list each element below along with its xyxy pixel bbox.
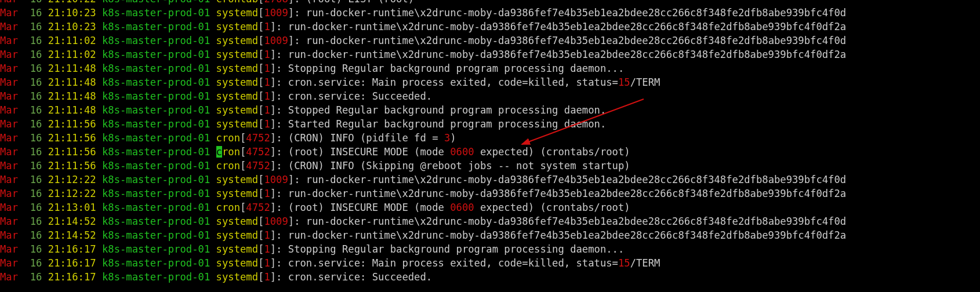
log-message: /TERM <box>630 76 660 88</box>
log-service: cron <box>216 202 240 213</box>
log-time: 21:11:02 <box>48 35 96 46</box>
log-service: systemd <box>216 257 258 269</box>
log-bracket: ] <box>288 216 294 227</box>
log-bracket: [ <box>258 49 264 60</box>
log-pid: 4752 <box>246 160 270 171</box>
log-time: 21:11:48 <box>48 104 96 116</box>
log-message: : (CRON) INFO (pidfile fd = <box>276 132 444 144</box>
log-month: Mar <box>0 21 18 32</box>
log-number: 15 <box>618 257 630 269</box>
log-bracket: [ <box>258 0 264 5</box>
search-highlight: c <box>216 146 222 158</box>
log-pid: 2768 <box>264 0 288 5</box>
log-host: k8s-master-prod-01 <box>102 104 210 116</box>
log-bracket: [ <box>240 202 246 213</box>
log-day: 16 <box>30 7 42 19</box>
log-day: 16 <box>30 243 42 255</box>
log-month: Mar <box>0 104 18 116</box>
log-pid: 1 <box>264 257 270 269</box>
log-host: k8s-master-prod-01 <box>102 21 210 32</box>
log-host: k8s-master-prod-01 <box>102 49 210 60</box>
log-service: systemd <box>216 21 258 32</box>
log-bracket: [ <box>258 104 264 116</box>
log-host: k8s-master-prod-01 <box>102 63 210 74</box>
log-host: k8s-master-prod-01 <box>102 160 210 171</box>
log-service: systemd <box>216 229 258 241</box>
log-service: systemd <box>216 104 258 116</box>
log-time: 21:10:23 <box>48 21 96 32</box>
log-pid: 1 <box>264 188 270 199</box>
log-message: expected) (crontabs/root) <box>474 146 630 158</box>
log-bracket: [ <box>258 216 264 227</box>
log-day: 16 <box>30 35 42 46</box>
log-message: /TERM <box>630 257 660 269</box>
log-message: : (CRON) INFO (Skipping @reboot jobs -- … <box>276 160 630 171</box>
log-pid: 1 <box>264 104 270 116</box>
log-host: k8s-master-prod-01 <box>102 76 210 88</box>
log-month: Mar <box>0 271 18 283</box>
log-time: 21:11:56 <box>48 146 96 158</box>
log-line: Mar 16 21:12:22 k8s-master-prod-01 syste… <box>0 187 980 200</box>
log-time: 21:14:52 <box>48 229 96 241</box>
log-message: : run-docker-runtime\x2drunc-moby-da9386… <box>294 174 846 185</box>
log-pid: 1009 <box>264 174 288 185</box>
log-bracket: [ <box>258 271 264 283</box>
log-time: 21:16:17 <box>48 243 96 255</box>
log-day: 16 <box>30 257 42 269</box>
log-month: Mar <box>0 257 18 269</box>
log-message: : run-docker-runtime\x2drunc-moby-da9386… <box>294 216 846 227</box>
log-host: k8s-master-prod-01 <box>102 7 210 19</box>
log-message: : run-docker-runtime\x2drunc-moby-da9386… <box>294 7 846 19</box>
log-month: Mar <box>0 35 18 46</box>
log-month: Mar <box>0 118 18 130</box>
log-bracket: [ <box>258 90 264 102</box>
log-service: systemd <box>216 271 258 283</box>
log-time: 21:11:48 <box>48 76 96 88</box>
log-day: 16 <box>30 202 42 213</box>
log-bracket: ] <box>288 0 294 5</box>
log-month: Mar <box>0 49 18 60</box>
log-pid: 4752 <box>246 132 270 144</box>
log-bracket: [ <box>258 76 264 88</box>
log-bracket: ] <box>270 257 276 269</box>
log-service: cron <box>216 160 240 171</box>
syslog-output[interactable]: Mar 16 21:10:22 k8s-master-prod-01 cront… <box>0 0 980 284</box>
log-pid: 1 <box>264 118 270 130</box>
log-line: Mar 16 21:11:56 k8s-master-prod-01 cron[… <box>0 145 980 159</box>
log-bracket: ] <box>270 104 276 116</box>
log-line: Mar 16 21:13:01 k8s-master-prod-01 cron[… <box>0 200 980 214</box>
log-day: 16 <box>30 229 42 241</box>
log-bracket: [ <box>258 118 264 130</box>
log-bracket: ] <box>288 7 294 19</box>
log-host: k8s-master-prod-01 <box>102 0 210 5</box>
log-service: systemd <box>216 188 258 199</box>
log-number: 15 <box>618 76 630 88</box>
log-month: Mar <box>0 188 18 199</box>
log-bracket: ] <box>270 76 276 88</box>
log-number: 0600 <box>450 202 474 213</box>
log-host: k8s-master-prod-01 <box>102 202 210 213</box>
log-pid: 1009 <box>264 216 288 227</box>
log-host: k8s-master-prod-01 <box>102 243 210 255</box>
log-day: 16 <box>30 146 42 158</box>
log-host: k8s-master-prod-01 <box>102 146 210 158</box>
log-bracket: ] <box>270 160 276 171</box>
log-day: 16 <box>30 49 42 60</box>
log-message: : run-docker-runtime\x2drunc-moby-da9386… <box>294 35 846 46</box>
log-time: 21:11:56 <box>48 118 96 130</box>
log-pid: 1 <box>264 49 270 60</box>
log-line: Mar 16 21:10:22 k8s-master-prod-01 cront… <box>0 0 980 6</box>
log-day: 16 <box>30 271 42 283</box>
log-bracket: ] <box>270 243 276 255</box>
log-service: systemd <box>216 7 258 19</box>
log-bracket: [ <box>258 174 264 185</box>
log-message: ) <box>450 132 456 144</box>
log-service: systemd <box>216 63 258 74</box>
log-bracket: [ <box>258 257 264 269</box>
log-day: 16 <box>30 90 42 102</box>
log-bracket: [ <box>240 132 246 144</box>
log-day: 16 <box>30 160 42 171</box>
log-message: : cron.service: Succeeded. <box>276 90 432 102</box>
log-service: systemd <box>216 243 258 255</box>
log-host: k8s-master-prod-01 <box>102 271 210 283</box>
